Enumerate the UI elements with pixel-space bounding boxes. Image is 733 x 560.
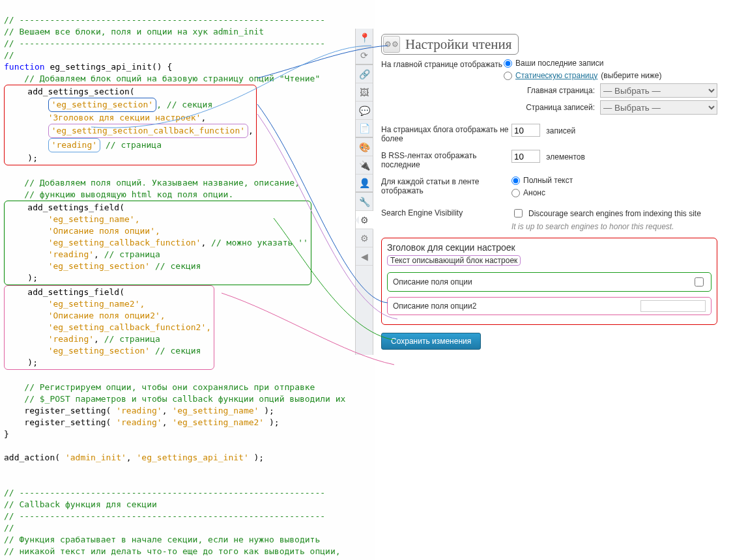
radio-latest-posts[interactable] <box>504 59 512 68</box>
section-description: Текст описывающий блок настроек <box>387 255 521 266</box>
radio-static-page[interactable] <box>504 72 512 80</box>
admin-content: ⚙⚙ Настройки чтения На главной странице … <box>373 29 725 355</box>
blog-show-unit: записей <box>546 126 575 135</box>
front-page-label: На главной странице отображать <box>381 59 504 69</box>
sidebar-item-posts[interactable]: 🔗 <box>356 65 373 83</box>
rss-label: В RSS-лентах отображать последние <box>381 150 511 169</box>
page-title-text: Настройки чтения <box>405 36 511 53</box>
radio-summary[interactable] <box>511 189 520 197</box>
sidebar-item-media[interactable]: 🖼 <box>356 83 373 102</box>
code-panel: // -------------------------------------… <box>0 0 375 560</box>
radio-full-text[interactable] <box>511 176 520 185</box>
code-add-settings-field-2: add_settings_field( 'eg_setting_name2', … <box>4 285 214 370</box>
radio-latest-posts-label: Ваши последние записи <box>515 59 603 68</box>
code-add-settings-section-block: add_settings_section( 'eg_setting_sectio… <box>4 85 257 165</box>
custom-settings-section: Зголовок для секции настроек Текст описы… <box>381 238 717 325</box>
sidebar-item-users[interactable]: 👤 <box>356 175 373 193</box>
sidebar-item-comments[interactable]: 💬 <box>356 102 373 120</box>
sidebar-collapse[interactable]: ◀ <box>356 247 373 266</box>
blog-show-label: На страницах блога отображать не более <box>381 124 511 143</box>
option-2-label: Описание поля опции2 <box>393 301 476 311</box>
sev-label: Search Engine Visibility <box>381 207 511 217</box>
blog-show-input[interactable] <box>511 124 540 137</box>
sev-checkbox[interactable] <box>514 209 523 217</box>
sidebar-item-extra[interactable]: ⚙ <box>356 229 373 247</box>
sidebar-item-appearance[interactable]: 🎨 <box>356 138 373 156</box>
section-heading: Зголовок для секции настроек <box>387 242 711 253</box>
page-title: ⚙⚙ Настройки чтения <box>381 34 519 55</box>
sidebar-item-tools[interactable]: 🔧 <box>356 193 373 211</box>
sidebar-item-settings[interactable]: ⚙ <box>356 211 373 229</box>
sev-note: It is up to search engines to honor this… <box>511 222 717 231</box>
sev-option-label: Discourage search engines from indexing … <box>528 209 701 218</box>
feed-each-label: Для каждой статьи в ленте отображать <box>381 176 511 195</box>
admin-panel: 📍 ⟳ 🔗 🖼 💬 📄 🎨 🔌 👤 🔧 ⚙ ⚙ ◀ ⚙⚙ Настройки ч… <box>355 29 725 355</box>
radio-full-text-label: Полный текст <box>523 176 573 185</box>
sidebar-item-updates[interactable]: ⟳ <box>356 47 373 65</box>
radio-summary-label: Анонс <box>523 188 545 197</box>
main-page-label: Главная страница: <box>504 86 595 95</box>
option-2-input[interactable] <box>640 300 706 312</box>
sidebar-item-plugins[interactable]: 🔌 <box>356 156 373 175</box>
sidebar-item-dashboard[interactable]: 📍 <box>356 29 373 47</box>
posts-page-select[interactable]: — Выбрать — <box>600 100 717 115</box>
rss-unit: элементов <box>546 152 585 161</box>
option-1-label: Описание поля опции <box>393 277 472 287</box>
sidebar-item-pages[interactable]: 📄 <box>356 120 373 138</box>
option-1-checkbox[interactable] <box>695 277 704 287</box>
save-button[interactable]: Сохранить изменения <box>381 333 481 350</box>
option-row-1: Описание поля опции <box>387 272 711 292</box>
admin-sidebar: 📍 ⟳ 🔗 🖼 💬 📄 🎨 🔌 👤 🔧 ⚙ ⚙ ◀ <box>355 29 373 355</box>
code-add-settings-field-1: add_settings_field( 'eg_setting_name', '… <box>4 201 311 285</box>
radio-static-page-link[interactable]: Статическую страницу <box>515 71 597 80</box>
posts-page-label: Страница записей: <box>504 103 595 112</box>
main-page-select[interactable]: — Выбрать — <box>600 83 717 98</box>
settings-icon: ⚙⚙ <box>383 36 400 53</box>
option-row-2: Описание поля опции2 <box>387 297 711 315</box>
radio-static-page-hint: (выберите ниже) <box>601 71 661 80</box>
rss-input[interactable] <box>511 150 540 163</box>
